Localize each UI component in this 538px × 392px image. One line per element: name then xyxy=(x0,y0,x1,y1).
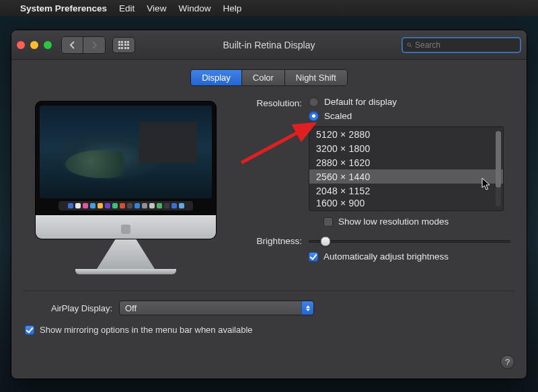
tab-display[interactable]: Display xyxy=(191,70,242,85)
minimize-button[interactable] xyxy=(30,41,38,49)
radio-label: Default for display xyxy=(324,97,397,107)
menu-window[interactable]: Window xyxy=(178,3,210,13)
radio-label: Scaled xyxy=(324,111,352,121)
resolution-option[interactable]: 3200 × 1800 xyxy=(309,141,503,155)
dock-app-icon xyxy=(83,203,88,208)
dock-app-icon xyxy=(149,203,155,208)
checkbox-label: Automatically adjust brightness xyxy=(323,251,449,262)
dock-app-icon xyxy=(90,203,95,208)
show-all-button[interactable] xyxy=(112,37,135,53)
window-controls xyxy=(17,41,52,49)
svg-point-0 xyxy=(408,43,411,46)
dock-app-icon xyxy=(134,203,140,208)
resolution-option[interactable]: 2560 × 1440 xyxy=(309,169,503,184)
nav-buttons xyxy=(61,36,106,54)
checkbox-label: Show low resolution modes xyxy=(338,217,449,227)
checkbox-icon xyxy=(309,252,318,262)
chevron-right-icon xyxy=(91,41,98,49)
tab-bar: Display Color Night Shift xyxy=(190,69,348,86)
popup-value: Off xyxy=(125,303,137,313)
app-menu[interactable]: System Preferences xyxy=(20,3,107,13)
tab-color[interactable]: Color xyxy=(242,70,285,85)
dock-app-icon xyxy=(179,203,184,208)
svg-line-1 xyxy=(410,46,412,47)
zoom-button[interactable] xyxy=(44,41,52,49)
resolution-label: Resolution: xyxy=(243,97,309,108)
checkbox-icon xyxy=(323,217,333,227)
chevron-left-icon xyxy=(69,41,75,49)
search-icon xyxy=(407,41,412,49)
dock-app-icon xyxy=(120,203,125,208)
airplay-popup[interactable]: Off xyxy=(119,301,314,315)
radio-icon xyxy=(309,111,319,121)
brightness-label: Brightness: xyxy=(243,236,309,246)
resolution-list[interactable]: 5120 × 28803200 × 18002880 × 16202560 × … xyxy=(309,126,504,211)
checkbox-show-low-res[interactable]: Show low resolution modes xyxy=(309,217,513,227)
menu-view[interactable]: View xyxy=(147,3,166,13)
menu-edit[interactable]: Edit xyxy=(119,3,134,13)
checkbox-auto-brightness[interactable]: Automatically adjust brightness xyxy=(309,251,513,262)
slider-knob[interactable] xyxy=(320,236,330,246)
dock-app-icon xyxy=(68,203,73,208)
dock-app-icon xyxy=(127,203,132,208)
scrollbar-thumb[interactable] xyxy=(496,131,501,188)
window-body: Display Color Night Shift xyxy=(11,60,527,379)
popup-arrows-icon xyxy=(301,301,313,315)
dock-app-icon xyxy=(112,203,118,208)
dock-app-icon xyxy=(171,203,177,208)
search-field[interactable] xyxy=(401,37,521,53)
checkbox-icon xyxy=(25,325,34,335)
back-button[interactable] xyxy=(62,37,83,53)
dock-app-icon xyxy=(142,203,147,208)
resolution-option[interactable]: 1600 × 900 xyxy=(309,198,503,208)
titlebar: Built-in Retina Display xyxy=(11,30,527,60)
dock-app-icon xyxy=(157,203,162,208)
preferences-window: Built-in Retina Display Display Color Ni… xyxy=(11,30,527,379)
help-button[interactable]: ? xyxy=(500,355,514,369)
radio-default-for-display[interactable]: Default for display xyxy=(309,97,397,107)
forward-button[interactable] xyxy=(83,37,105,53)
resolution-option[interactable]: 2048 × 1152 xyxy=(309,184,503,198)
checkbox-label: Show mirroring options in the menu bar w… xyxy=(40,325,253,335)
checkbox-show-mirroring[interactable]: Show mirroring options in the menu bar w… xyxy=(25,325,513,335)
dock-app-icon xyxy=(98,203,103,208)
brightness-slider[interactable] xyxy=(309,240,510,243)
separator xyxy=(22,290,516,291)
menu-help[interactable]: Help xyxy=(223,3,241,13)
radio-icon xyxy=(309,97,319,107)
dock-app-icon xyxy=(75,203,81,208)
resolution-option[interactable]: 2880 × 1620 xyxy=(309,155,503,169)
radio-scaled[interactable]: Scaled xyxy=(309,111,397,121)
search-input[interactable] xyxy=(415,40,516,50)
display-preview xyxy=(25,97,227,274)
menu-bar: System Preferences Edit View Window Help xyxy=(0,0,538,16)
airplay-label: AirPlay Display: xyxy=(25,303,112,313)
dock-app-icon xyxy=(105,203,110,208)
resolution-option[interactable]: 5120 × 2880 xyxy=(309,127,503,141)
dock-app-icon xyxy=(164,203,169,208)
tab-night-shift[interactable]: Night Shift xyxy=(285,70,347,85)
close-button[interactable] xyxy=(17,41,25,49)
grid-icon xyxy=(118,41,130,49)
